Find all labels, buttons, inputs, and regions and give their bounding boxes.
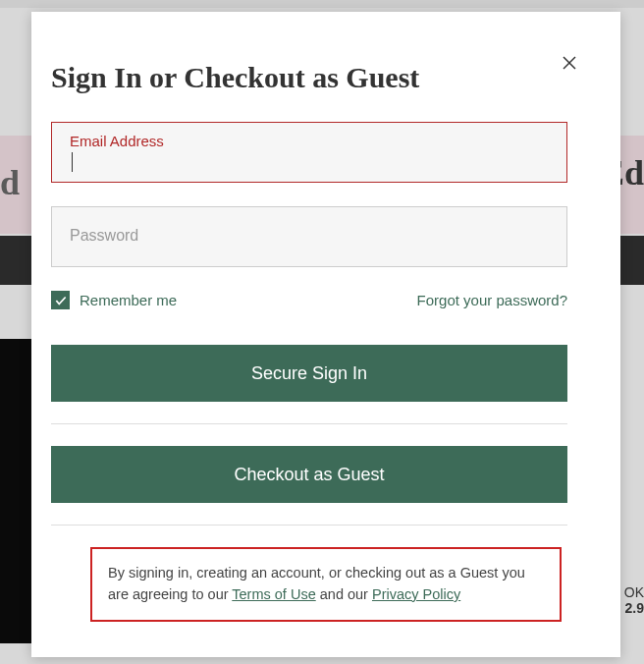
bg-stripe xyxy=(0,0,644,8)
signin-modal: Sign In or Checkout as Guest Email Addre… xyxy=(31,12,620,657)
guest-checkout-button[interactable]: Checkout as Guest xyxy=(51,446,567,503)
close-button[interactable] xyxy=(558,51,581,75)
divider xyxy=(51,525,567,526)
terms-link[interactable]: Terms of Use xyxy=(232,586,315,602)
password-field-wrapper[interactable]: Password xyxy=(51,206,567,267)
email-input[interactable] xyxy=(70,154,549,172)
bg-text-fragment: d xyxy=(0,162,20,203)
remember-checkbox[interactable] xyxy=(51,291,70,309)
privacy-link[interactable]: Privacy Policy xyxy=(372,586,460,602)
checkmark-icon xyxy=(54,294,68,307)
remember-label: Remember me xyxy=(80,292,177,308)
legal-agreement-box: By signing in, creating an account, or c… xyxy=(90,547,562,622)
legal-text: and our xyxy=(316,586,372,602)
bg-price-fragment: OK 2.9 xyxy=(624,584,644,616)
signin-button[interactable]: Secure Sign In xyxy=(51,345,567,402)
divider xyxy=(51,423,567,424)
modal-title: Sign In or Checkout as Guest xyxy=(51,61,567,94)
email-label: Email Address xyxy=(70,133,164,149)
remember-me[interactable]: Remember me xyxy=(51,291,177,309)
password-input[interactable] xyxy=(70,227,549,245)
forgot-password-link[interactable]: Forgot your password? xyxy=(417,292,567,308)
close-icon xyxy=(561,54,578,72)
email-field-wrapper[interactable]: Email Address xyxy=(51,122,567,183)
